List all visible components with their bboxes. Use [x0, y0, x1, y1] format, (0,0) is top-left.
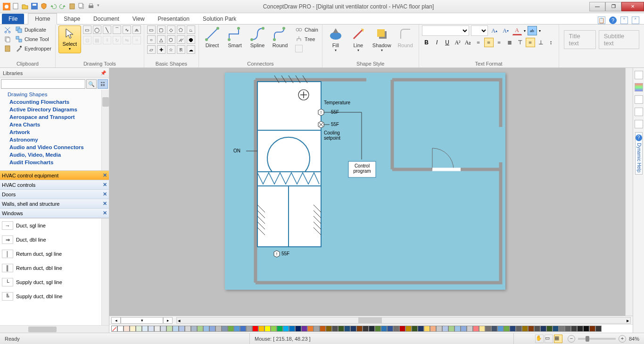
shape-cylinder[interactable]: ⌭: [177, 35, 185, 44]
tree-item[interactable]: Area Charts: [0, 121, 109, 128]
dynamic-help-panel[interactable]: ?Dynamic Help: [635, 132, 643, 175]
canvas-vscroll[interactable]: [625, 68, 633, 316]
tree-item[interactable]: Audio and Video Connectors: [0, 143, 109, 151]
tree-item[interactable]: Drawing Shapes: [0, 91, 109, 98]
ellipse-tool[interactable]: ◯: [93, 25, 101, 34]
color-swatch[interactable]: [203, 326, 209, 332]
canvas[interactable]: !: [109, 68, 633, 316]
file-menu-button[interactable]: File: [2, 14, 24, 24]
title-text-box[interactable]: Title text: [564, 30, 596, 49]
tree-connector-button[interactable]: Tree: [294, 35, 319, 43]
color-swatch[interactable]: [222, 326, 228, 332]
color-swatch[interactable]: [277, 326, 283, 332]
color-swatch[interactable]: [326, 326, 332, 332]
tree-item[interactable]: Audio, Video, Media: [0, 151, 109, 159]
font-color-button[interactable]: A: [512, 26, 522, 35]
size-panel-icon[interactable]: [635, 95, 643, 104]
redo-icon[interactable]: [59, 3, 67, 10]
color-swatch[interactable]: [491, 326, 497, 332]
new-icon[interactable]: [12, 3, 20, 10]
collapse-ribbon-icon[interactable]: ˅: [620, 17, 628, 24]
minimize-button[interactable]: —: [589, 2, 605, 11]
color-swatch[interactable]: [375, 326, 381, 332]
subtitle-text-box[interactable]: Subtitle text: [599, 30, 639, 49]
chain-connector-button[interactable]: Chain: [294, 25, 319, 34]
print-icon[interactable]: [88, 3, 95, 10]
color-swatch[interactable]: [534, 326, 540, 332]
shape-circle[interactable]: ○: [147, 35, 156, 44]
no-fill-swatch[interactable]: [111, 326, 117, 332]
shape-roundrect[interactable]: ▢: [157, 25, 165, 34]
tree-scrollbar[interactable]: [101, 90, 109, 170]
zoom-out-button[interactable]: −: [568, 335, 575, 343]
tree-item[interactable]: Artwork: [0, 128, 109, 136]
canvas-hscroll[interactable]: ◂▸: [176, 317, 631, 324]
color-swatch[interactable]: [173, 326, 179, 332]
color-swatch[interactable]: [387, 326, 393, 332]
color-swatch[interactable]: [320, 326, 326, 332]
bold-button[interactable]: B: [422, 38, 431, 47]
color-swatch[interactable]: [295, 326, 301, 332]
color-swatch[interactable]: [577, 326, 583, 332]
shape-item[interactable]: └Supply duct, sgl line: [0, 275, 109, 289]
shield-icon[interactable]: [41, 3, 48, 10]
italic-button[interactable]: I: [432, 38, 442, 47]
close-icon[interactable]: ✕: [103, 210, 107, 216]
tab-view[interactable]: View: [126, 14, 151, 24]
color-swatch[interactable]: [301, 326, 307, 332]
color-swatch[interactable]: [424, 326, 430, 332]
paste-icon[interactable]: [69, 3, 76, 10]
color-swatch[interactable]: [271, 326, 277, 332]
color-swatch[interactable]: [571, 326, 577, 332]
grow-font-button[interactable]: A▴: [490, 26, 499, 35]
color-swatch[interactable]: [399, 326, 405, 332]
color-swatch[interactable]: [448, 326, 454, 332]
color-swatch[interactable]: [197, 326, 203, 332]
connector-more[interactable]: [294, 44, 319, 53]
color-swatch[interactable]: [528, 326, 534, 332]
properties-panel-icon[interactable]: [635, 120, 643, 128]
tab-home[interactable]: Home: [28, 13, 57, 25]
shape-item[interactable]: ⇒Duct, dbl line: [0, 233, 109, 247]
color-swatch[interactable]: [553, 326, 559, 332]
highlight-button[interactable]: ab: [528, 26, 537, 35]
eyedropper-button[interactable]: Eyedropper: [14, 44, 52, 53]
color-swatch[interactable]: [381, 326, 387, 332]
color-swatch[interactable]: [307, 326, 314, 332]
font-size-select[interactable]: [471, 25, 488, 36]
align-tool[interactable]: ▤: [93, 36, 101, 44]
color-swatch[interactable]: [589, 326, 595, 332]
line-button[interactable]: Line▾: [348, 25, 369, 53]
color-swatch[interactable]: [344, 326, 350, 332]
align-left-button[interactable]: ≡: [474, 38, 483, 47]
color-swatch[interactable]: [454, 326, 461, 332]
color-swatch[interactable]: [228, 326, 234, 332]
curve-tool[interactable]: ∿: [123, 25, 131, 34]
edit-mode-icon[interactable]: ▭: [545, 335, 553, 343]
category-walls[interactable]: Walls, shell and structure✕: [0, 199, 109, 209]
shape-item[interactable]: →Duct, sgl line: [0, 218, 109, 233]
category-hvac-equipment[interactable]: HVAC control equipment✕: [0, 171, 109, 180]
color-swatch[interactable]: [363, 326, 369, 332]
color-swatch[interactable]: [154, 326, 160, 332]
shape-trapezoid[interactable]: ⏢: [187, 25, 195, 34]
distribute-tool[interactable]: ⫴: [103, 36, 111, 44]
shape-star[interactable]: ☆: [167, 45, 175, 54]
color-swatch[interactable]: [369, 326, 375, 332]
flip-tool[interactable]: ⇋: [123, 36, 131, 44]
color-swatch[interactable]: [583, 326, 589, 332]
color-swatch[interactable]: [130, 326, 136, 332]
valign-bottom-button[interactable]: ⊥: [536, 38, 545, 47]
color-swatch[interactable]: [191, 326, 197, 332]
pages-panel-icon[interactable]: [635, 71, 643, 79]
color-swatch[interactable]: [467, 326, 473, 332]
color-swatch[interactable]: [504, 326, 510, 332]
tree-view-button[interactable]: ☷: [98, 79, 108, 89]
smart-connector-button[interactable]: Smart: [224, 25, 245, 49]
color-swatch[interactable]: [338, 326, 344, 332]
color-swatch[interactable]: [412, 326, 418, 332]
color-swatch[interactable]: [350, 326, 356, 332]
color-swatch[interactable]: [546, 326, 553, 332]
shape-hexagon[interactable]: ⬡: [167, 35, 175, 44]
color-swatch[interactable]: [246, 326, 252, 332]
